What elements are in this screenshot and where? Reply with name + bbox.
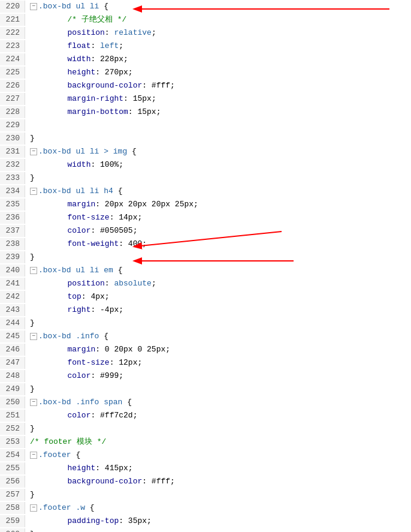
line-number: 247: [0, 357, 25, 369]
line-content: color: #ff7c2d;: [25, 410, 411, 422]
line-content: padding-top: 35px;: [25, 515, 411, 527]
line-content: }: [25, 133, 411, 145]
code-line: 257}: [0, 488, 411, 501]
code-line: 258−.footer .w {: [0, 501, 411, 515]
code-line: 221 /* 子绝父相 */: [0, 13, 411, 26]
line-content: }: [25, 489, 411, 501]
code-line: 224 width: 228px;: [0, 53, 411, 66]
line-content: }: [25, 423, 411, 435]
collapse-button[interactable]: −: [30, 3, 37, 10]
line-number: 225: [0, 67, 25, 79]
line-content: width: 100%;: [25, 159, 411, 171]
collapse-button[interactable]: −: [30, 333, 37, 340]
line-content: −.footer {: [25, 449, 411, 461]
line-number: 221: [0, 14, 25, 26]
line-content: }: [25, 172, 411, 184]
line-number: 251: [0, 410, 25, 422]
line-content: −.box-bd ul li > img {: [25, 146, 411, 158]
line-number: 257: [0, 489, 25, 501]
line-number: 250: [0, 396, 25, 408]
line-content: position: relative;: [25, 27, 411, 39]
code-line: 226 background-color: #fff;: [0, 79, 411, 92]
line-content: width: 228px;: [25, 53, 411, 65]
line-number: 229: [0, 119, 25, 131]
line-content: color: #050505;: [25, 225, 411, 237]
line-number: 254: [0, 449, 25, 461]
code-line: 231−.box-bd ul li > img {: [0, 145, 411, 158]
code-line: 236 font-size: 14px;: [0, 211, 411, 224]
line-number: 227: [0, 93, 25, 105]
code-line: 223 float: left;: [0, 40, 411, 53]
line-number: 231: [0, 146, 25, 158]
collapse-button[interactable]: −: [30, 267, 37, 274]
line-content: color: #999;: [25, 370, 411, 382]
collapse-button[interactable]: −: [30, 148, 37, 155]
code-line: 222 position: relative;: [0, 26, 411, 40]
line-content: top: 4px;: [25, 291, 411, 303]
code-line: 242 top: 4px;: [0, 290, 411, 303]
line-number: 245: [0, 330, 25, 342]
code-line: 259 padding-top: 35px;: [0, 515, 411, 528]
line-number: 233: [0, 172, 25, 184]
line-content: height: 270px;: [25, 67, 411, 79]
line-content: }: [25, 317, 411, 329]
code-line: 230}: [0, 132, 411, 145]
line-content: font-size: 12px;: [25, 357, 411, 369]
code-line: 253/* footer 模块 */: [0, 435, 411, 449]
code-line: 225 height: 270px;: [0, 66, 411, 79]
line-number: 230: [0, 133, 25, 145]
code-line: 251 color: #ff7c2d;: [0, 409, 411, 422]
line-content: background-color: #fff;: [25, 476, 411, 488]
line-number: 248: [0, 370, 25, 382]
line-number: 223: [0, 40, 25, 52]
line-content: −.box-bd ul li {: [25, 1, 411, 13]
line-content: margin: 20px 20px 20px 25px;: [25, 199, 411, 211]
line-number: 252: [0, 423, 25, 435]
line-number: 242: [0, 291, 25, 303]
code-line: 254−.footer {: [0, 449, 411, 462]
line-content: }: [25, 251, 411, 263]
code-line: 239}: [0, 251, 411, 264]
line-content: font-weight: 400;: [25, 238, 411, 250]
line-content: margin: 0 20px 0 25px;: [25, 344, 411, 356]
code-line: 249}: [0, 383, 411, 396]
code-editor: 220−.box-bd ul li {221 /* 子绝父相 */222 pos…: [0, 0, 411, 532]
line-number: 228: [0, 106, 25, 118]
code-line: 234−.box-bd ul li h4 {: [0, 185, 411, 198]
line-number: 238: [0, 238, 25, 250]
code-line: 241 position: absolute;: [0, 277, 411, 290]
line-number: 234: [0, 185, 25, 197]
line-number: 226: [0, 80, 25, 92]
code-line: 247 font-size: 12px;: [0, 356, 411, 369]
line-number: 220: [0, 1, 25, 13]
line-content: margin-bottom: 15px;: [25, 106, 411, 118]
line-number: 259: [0, 515, 25, 527]
code-line: 220−.box-bd ul li {: [0, 0, 411, 13]
code-line: 244}: [0, 317, 411, 330]
line-number: 253: [0, 436, 25, 448]
line-number: 244: [0, 317, 25, 329]
code-line: 228 margin-bottom: 15px;: [0, 106, 411, 119]
code-line: 246 margin: 0 20px 0 25px;: [0, 343, 411, 356]
line-content: −.box-bd ul li h4 {: [25, 185, 411, 197]
line-content: height: 415px;: [25, 462, 411, 474]
line-number: 256: [0, 476, 25, 488]
line-number: 249: [0, 383, 25, 395]
collapse-button[interactable]: −: [30, 504, 37, 512]
line-content: right: -4px;: [25, 304, 411, 316]
collapse-button[interactable]: −: [30, 452, 37, 459]
line-number: 258: [0, 502, 25, 514]
code-line: 235 margin: 20px 20px 20px 25px;: [0, 198, 411, 211]
line-content: float: left;: [25, 40, 411, 52]
code-line: 248 color: #999;: [0, 369, 411, 383]
line-content: −.box-bd .info span {: [25, 396, 411, 408]
line-number: 255: [0, 462, 25, 474]
line-number: 260: [0, 528, 25, 532]
line-content: −.box-bd .info {: [25, 330, 411, 342]
line-number: 243: [0, 304, 25, 316]
line-number: 235: [0, 199, 25, 211]
line-content: /* 子绝父相 */: [25, 14, 411, 26]
code-line: 227 margin-right: 15px;: [0, 92, 411, 106]
collapse-button[interactable]: −: [30, 188, 37, 195]
collapse-button[interactable]: −: [30, 399, 37, 406]
